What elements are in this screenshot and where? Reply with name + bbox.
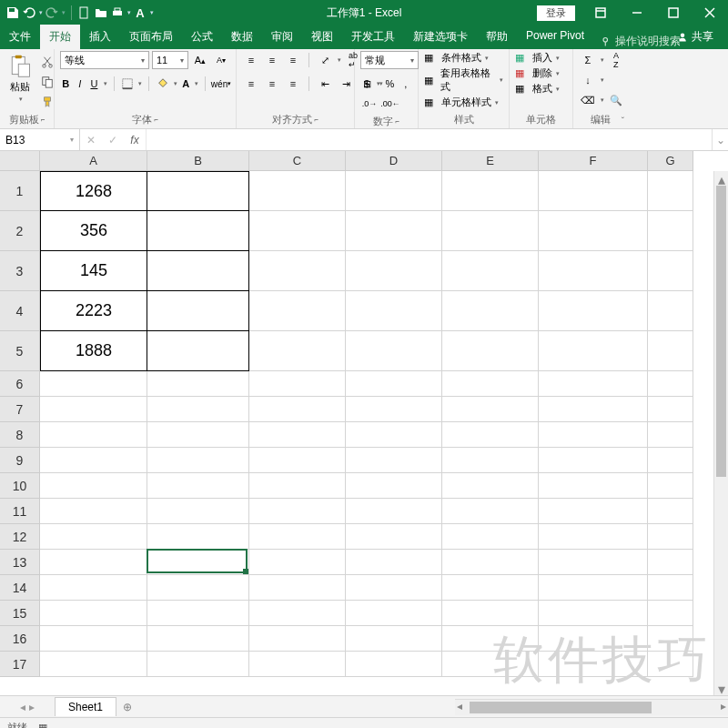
cell[interactable]	[539, 499, 648, 524]
align-left-icon[interactable]: ≡	[242, 75, 260, 93]
column-header[interactable]: D	[346, 151, 442, 171]
row-header[interactable]: 13	[0, 550, 40, 575]
cell[interactable]	[442, 291, 539, 331]
cell[interactable]	[40, 448, 147, 473]
cell[interactable]	[648, 499, 693, 524]
new-sheet-icon[interactable]: ⊕	[116, 701, 138, 713]
cell[interactable]	[147, 626, 249, 652]
cell[interactable]	[249, 331, 346, 371]
cell[interactable]	[346, 171, 442, 211]
cell[interactable]	[346, 422, 442, 448]
vertical-scrollbar[interactable]: ▴ ▾	[713, 171, 728, 695]
fill-icon[interactable]: ↓	[579, 71, 597, 89]
cell[interactable]	[648, 422, 693, 448]
cell[interactable]	[249, 371, 346, 397]
cell[interactable]	[346, 371, 442, 397]
cell[interactable]	[40, 499, 147, 524]
cell[interactable]	[40, 524, 147, 550]
share-button[interactable]: 共享	[670, 25, 721, 49]
cell[interactable]	[648, 331, 693, 371]
macro-record-icon[interactable]: ▦	[38, 722, 47, 728]
cell[interactable]	[539, 524, 648, 550]
underline-icon[interactable]: U	[88, 75, 100, 93]
redo-icon[interactable]	[45, 5, 59, 20]
font-size-combo[interactable]: 11▾	[152, 51, 188, 69]
decrease-indent-icon[interactable]: ⇤	[316, 75, 334, 93]
save-icon[interactable]	[5, 5, 20, 20]
increase-decimal-icon[interactable]: .0→	[360, 95, 379, 113]
tell-me-search[interactable]: 操作说明搜索	[601, 34, 681, 49]
row-header[interactable]: 2	[0, 211, 40, 251]
cell[interactable]	[249, 652, 346, 677]
open-icon[interactable]	[94, 5, 108, 20]
paste-button[interactable]: 粘贴 ▾	[5, 51, 35, 105]
autosum-icon[interactable]: Σ	[579, 51, 597, 69]
cell[interactable]	[346, 575, 442, 601]
cell[interactable]	[539, 422, 648, 448]
cell[interactable]	[539, 601, 648, 626]
close-icon[interactable]	[692, 0, 728, 25]
font-color-qat-icon[interactable]: A	[133, 5, 147, 20]
column-header[interactable]: F	[539, 151, 648, 171]
cell[interactable]	[648, 171, 693, 211]
row-header[interactable]: 3	[0, 251, 40, 291]
row-header[interactable]: 16	[0, 626, 40, 652]
cell[interactable]	[539, 550, 648, 575]
cell[interactable]	[539, 575, 648, 601]
collapse-ribbon-icon[interactable]: ˇ	[622, 116, 624, 126]
cell[interactable]	[147, 601, 249, 626]
cell[interactable]	[648, 211, 693, 251]
tab-页面布局[interactable]: 页面布局	[120, 25, 182, 49]
cell[interactable]	[147, 291, 249, 331]
row-header[interactable]: 15	[0, 601, 40, 626]
cell[interactable]	[648, 524, 693, 550]
cell[interactable]	[249, 499, 346, 524]
tab-开发工具[interactable]: 开发工具	[342, 25, 404, 49]
undo-icon[interactable]	[22, 5, 36, 20]
cell[interactable]	[648, 550, 693, 575]
cell[interactable]	[442, 626, 539, 652]
cell[interactable]	[539, 291, 648, 331]
cell[interactable]	[147, 397, 249, 422]
cut-icon[interactable]	[38, 53, 56, 71]
cell[interactable]	[346, 331, 442, 371]
cell-styles-button[interactable]: ▦单元格样式▾	[424, 96, 503, 109]
fill-color-icon[interactable]	[156, 75, 170, 93]
cell[interactable]	[147, 422, 249, 448]
horizontal-scroll-thumb[interactable]	[470, 702, 652, 713]
delete-cells-button[interactable]: ▦删除▾	[515, 66, 560, 80]
cell[interactable]	[249, 397, 346, 422]
accounting-icon[interactable]: $	[360, 75, 373, 93]
cell[interactable]	[346, 397, 442, 422]
name-box[interactable]: B13▾	[0, 129, 80, 150]
quick-print-icon[interactable]	[110, 5, 125, 20]
cell[interactable]: 356	[40, 211, 147, 251]
cell[interactable]	[40, 626, 147, 652]
format-painter-icon[interactable]	[38, 93, 56, 111]
cell[interactable]	[442, 422, 539, 448]
cell[interactable]	[147, 331, 249, 371]
tab-审阅[interactable]: 审阅	[262, 25, 302, 49]
cell[interactable]	[147, 211, 249, 251]
tab-视图[interactable]: 视图	[302, 25, 342, 49]
cell[interactable]	[648, 291, 693, 331]
copy-icon[interactable]	[38, 73, 56, 91]
qat-customize[interactable]: ▾	[127, 9, 131, 16]
column-header[interactable]: A	[40, 151, 147, 171]
cell[interactable]	[147, 171, 249, 211]
cell[interactable]	[346, 601, 442, 626]
column-header[interactable]: G	[648, 151, 693, 171]
cell[interactable]	[346, 626, 442, 652]
cell[interactable]	[249, 171, 346, 211]
font-color-qat-dropdown[interactable]: ▾	[150, 9, 154, 16]
cell[interactable]	[442, 575, 539, 601]
minimize-icon[interactable]	[619, 0, 655, 25]
cell[interactable]	[442, 171, 539, 211]
cell[interactable]	[40, 422, 147, 448]
orientation-icon[interactable]: ⤢	[316, 51, 334, 69]
cell[interactable]	[648, 371, 693, 397]
cell[interactable]	[442, 499, 539, 524]
font-color-icon[interactable]: A	[180, 75, 192, 93]
align-bottom-icon[interactable]: ≡	[284, 51, 302, 69]
cell[interactable]	[442, 397, 539, 422]
